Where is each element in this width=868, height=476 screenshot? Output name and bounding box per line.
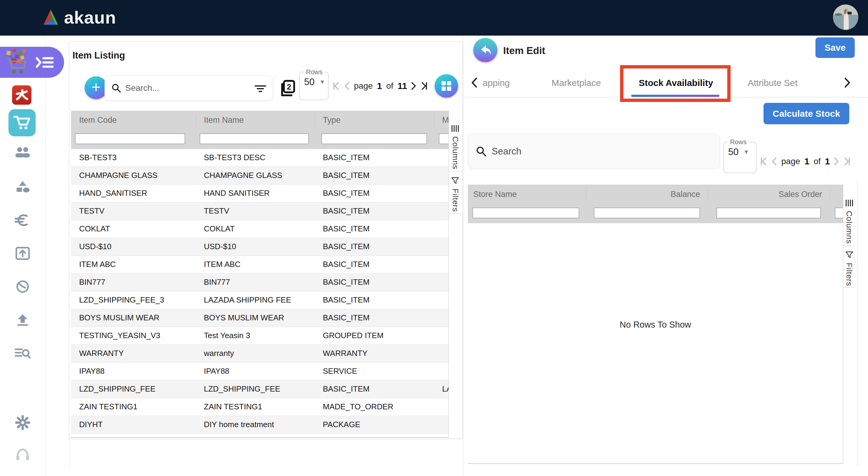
table-row[interactable]: BOYS MUSLIM WEAR BOYS MUSLIM WEAR BASIC_… [71,309,448,327]
cart-module-icon[interactable] [8,109,36,136]
total-pages: 1 [825,156,830,167]
tabs-scroll-right-icon[interactable] [844,77,851,89]
tab-attribute-set[interactable]: Attribute Set [742,69,803,97]
panel-scrollbar-track[interactable] [857,180,858,466]
cell-item-code: CHAMPAGNE GLASS [79,167,158,184]
table-row[interactable]: HAND_SANITISER HAND SANITISER BASIC_ITEM [71,184,448,202]
of-word: of [386,81,393,91]
tab-mapping-clipped[interactable]: apping [476,69,516,97]
col-item-name[interactable]: Item Name [204,111,244,130]
table-row[interactable]: DIYHT DIY home treatment PACKAGE [71,416,448,434]
file-upload-icon[interactable] [0,247,45,260]
table-row[interactable]: TESTING_YEASIN_V3 Test Yeasin 3 GROUPED … [71,327,448,345]
calculate-stock-button[interactable]: Calculate Stock [764,103,849,124]
table-row[interactable]: ITEM ABC ITEM ABC BASIC_ITEM [71,256,448,274]
item-table-body: SB-TEST3 SB-TEST3 DESC BASIC_ITEM CHAMPA… [71,149,448,438]
columns-tool-tab[interactable]: Columns [843,195,855,246]
duplicate-pages-icon[interactable]: 2 [278,79,296,98]
sidebar-header-pill[interactable] [0,47,64,78]
cell-type: BASIC_ITEM [323,202,370,219]
settings-gear-icon[interactable] [0,415,45,430]
left-tool-strip: Columns Filters [448,111,462,438]
table-row[interactable]: COKLAT COKLAT BASIC_ITEM [71,220,448,238]
tab-stock-availability[interactable]: Stock Availability [632,69,720,97]
prev-page-icon[interactable] [344,81,350,91]
cell-type: BASIC_ITEM [323,434,370,438]
cell-type: BASIC_ITEM [323,238,370,255]
tab-marketplace[interactable]: Marketplace [546,69,607,97]
pagination: page 1 of 1 [759,156,852,167]
cell-item-code: TESTING 22222 [79,434,137,438]
table-row[interactable]: WARRANTY warranty WARRANTY [71,345,448,363]
stock-search-input[interactable] [491,146,720,157]
filter-input-item-code[interactable] [75,133,185,144]
filter-input-type[interactable] [321,133,427,144]
table-row[interactable]: LZD_SHIPPING_FEE LZD_SHIPPING_FEE BASIC_… [71,380,448,398]
save-button[interactable]: Save [815,37,855,58]
funnel-icon [845,251,853,259]
cell-type: BASIC_ITEM [323,256,370,273]
col-item-code[interactable]: Item Code [79,111,117,130]
filter-lines-icon[interactable] [255,83,266,93]
filter-input-store-name[interactable] [472,207,579,218]
first-page-icon[interactable] [332,81,340,91]
cell-type: GROUPED ITEM [323,327,383,344]
filters-tool-tab[interactable]: Filters [843,246,855,287]
table-row[interactable]: IPAY88 IPAY88 SERVICE [71,363,448,380]
back-button[interactable] [473,38,497,62]
table-row[interactable]: BIN777 BIN777 BASIC_ITEM [71,274,448,292]
table-row[interactable]: TESTV TESTV BASIC_ITEM [71,202,448,220]
search-icon [112,83,121,93]
filter-input-sales-order[interactable] [716,207,821,218]
filter-input-balance[interactable] [594,207,700,218]
back-arrow-icon [479,44,491,56]
col-clipped[interactable]: M [442,111,448,130]
user-avatar[interactable] [833,4,858,30]
finance-euro-icon[interactable] [0,213,45,227]
last-page-icon[interactable] [421,81,429,91]
grid-view-button[interactable] [435,74,458,98]
prev-page-icon[interactable] [771,156,777,167]
users-icon[interactable] [0,146,45,159]
cell-item-code: ITEM ABC [79,256,116,273]
table-row[interactable]: TESTING 22222 TESTING 22222 BASIC_ITEM [71,434,448,438]
cell-type: BASIC_ITEM [323,149,370,166]
cell-item-code: LZD_SHIPPING_FEE [79,380,156,398]
col-balance[interactable]: Balance [586,184,700,204]
filters-tool-tab[interactable]: Filters [449,172,462,214]
first-page-icon[interactable] [759,156,768,167]
table-row[interactable]: LZD_SHIPPING_FEE_3 LAZADA SHIPPING FEE B… [71,292,448,309]
products-shapes-icon[interactable] [0,180,45,194]
last-page-icon[interactable] [843,156,852,167]
filter-input-clipped[interactable] [835,207,843,218]
history-clock-icon[interactable] [0,280,45,293]
next-page-icon[interactable] [411,81,417,91]
audit-search-icon[interactable] [0,347,45,360]
upload-icon[interactable] [0,314,45,327]
support-headset-icon[interactable] [0,448,45,461]
columns-tool-tab[interactable]: Columns [449,120,462,172]
table-row[interactable]: USD-$10 USD-$10 BASIC_ITEM [71,238,448,256]
next-page-icon[interactable] [834,156,840,167]
add-item-button[interactable]: + [85,76,107,99]
rows-per-page-selector[interactable]: Rows 50 ▼ [723,138,756,173]
rows-per-page-selector[interactable]: Rows 50 ▼ [299,68,329,100]
col-type[interactable]: Type [323,111,341,130]
page-title: Item Listing [72,50,125,61]
app-icon-red[interactable] [12,86,31,105]
filter-input-item-name[interactable] [199,133,309,144]
module-sidebar [0,36,45,476]
table-row[interactable]: SB-TEST3 SB-TEST3 DESC BASIC_ITEM [71,149,448,167]
menu-expand-icon[interactable] [36,56,54,69]
current-page: 1 [377,81,382,91]
table-row[interactable]: CHAMPAGNE GLASS CHAMPAGNE GLASS BASIC_IT… [71,167,448,184]
cell-item-code: BIN777 [79,274,105,291]
item-search-input[interactable] [125,83,252,93]
table-row[interactable]: ZAIN TESTING1 ZAIN TESTING1 MADE_TO_ORDE… [71,398,448,416]
cell-item-name: ITEM ABC [204,256,240,273]
filter-input-clipped[interactable] [439,133,448,144]
col-store-name[interactable]: Store Name [473,184,517,204]
cell-item-code: DIYHT [79,416,103,433]
col-sales-order[interactable]: Sales Order [708,184,822,204]
item-search-box [104,75,273,101]
